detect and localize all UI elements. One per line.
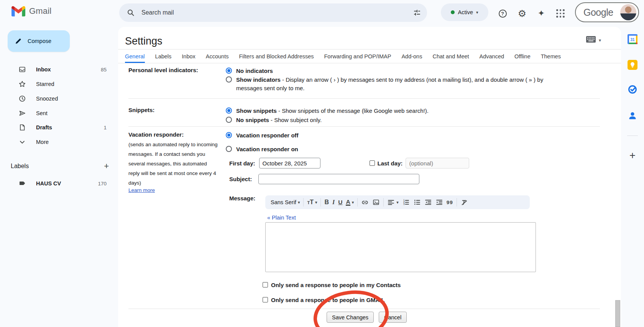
remove-formatting-button[interactable] <box>460 198 468 206</box>
bulleted-list-button[interactable] <box>413 198 421 206</box>
italic-button[interactable]: I <box>332 199 335 206</box>
search-options-tune-icon[interactable] <box>413 9 421 17</box>
font-family-button[interactable]: Sans Serif ▾ <box>271 199 300 205</box>
tab-accounts[interactable]: Accounts <box>206 53 229 63</box>
bold-button[interactable]: B <box>324 199 329 206</box>
star-icon <box>18 80 26 88</box>
google-account-pill[interactable]: Google <box>575 2 639 22</box>
tab-inbox[interactable]: Inbox <box>182 53 195 63</box>
option-desc: - Show snippets of the message (like Goo… <box>277 107 429 114</box>
radio-unselected-icon[interactable] <box>226 117 232 123</box>
radio-unselected-icon[interactable] <box>226 76 232 83</box>
indent-less-button[interactable] <box>424 198 432 206</box>
tab-offline[interactable]: Offline <box>514 53 531 63</box>
tab-forwarding[interactable]: Forwarding and POP/IMAP <box>324 53 391 63</box>
search-input[interactable]: Search mail <box>141 9 413 16</box>
tasks-app-button[interactable] <box>628 84 637 94</box>
first-day-input[interactable] <box>259 158 320 168</box>
option-name: Vacation responder on <box>236 146 298 152</box>
create-label-button[interactable]: + <box>104 161 109 171</box>
align-button[interactable]: ▾ <box>387 198 399 206</box>
tab-addons[interactable]: Add-ons <box>401 53 422 63</box>
svg-text:31: 31 <box>630 38 635 42</box>
indent-more-button[interactable] <box>435 198 443 206</box>
radio-unselected-icon[interactable] <box>226 146 232 152</box>
text-color-button[interactable]: A ▾ <box>346 199 354 206</box>
image-icon <box>372 198 380 206</box>
compose-button[interactable]: Compose <box>8 30 70 52</box>
calendar-icon: 31 <box>628 34 637 44</box>
search-icon[interactable] <box>127 9 135 17</box>
toolbar-divider <box>303 198 304 206</box>
quote-button[interactable]: 99 <box>447 200 453 205</box>
gmail-only-checkbox[interactable] <box>263 297 268 302</box>
radio-option-vacation-off[interactable]: Vacation responder off <box>226 131 299 140</box>
gmail-brand[interactable]: Gmail <box>12 6 51 17</box>
radio-selected-icon[interactable] <box>226 107 232 114</box>
settings-card: Settings ▾ General Labels Inbox Accounts… <box>118 27 621 327</box>
get-addons-button[interactable]: + <box>628 150 637 160</box>
chevron-down-icon: ▾ <box>599 38 601 43</box>
calendar-app-button[interactable]: 31 <box>628 34 637 44</box>
gmail-only-option[interactable]: Only send a response to people in GMAIL <box>263 296 385 304</box>
input-tools-selector[interactable]: ▾ <box>586 36 601 44</box>
scrollbar-thumb[interactable] <box>615 300 620 327</box>
last-day-input[interactable] <box>406 158 469 168</box>
sidebar-item-inbox[interactable]: Inbox 85 <box>3 63 115 76</box>
tab-advanced[interactable]: Advanced <box>480 53 504 63</box>
user-avatar[interactable] <box>620 4 636 20</box>
search-bar[interactable]: Search mail <box>119 3 427 22</box>
sidebar-item-more[interactable]: More <box>3 135 115 149</box>
radio-selected-icon[interactable] <box>226 132 232 138</box>
tab-filters[interactable]: Filters and Blocked Addresses <box>239 53 314 63</box>
settings-gear-button[interactable]: ⚙ <box>515 7 529 20</box>
subject-input[interactable] <box>258 174 419 184</box>
tab-chat-meet[interactable]: Chat and Meet <box>432 53 469 63</box>
underline-button[interactable]: U <box>338 199 342 206</box>
cancel-button[interactable]: Cancel <box>379 312 407 323</box>
gmail-settings-page: Gmail Search mail Active ▾ ? ⚙ <box>0 0 644 327</box>
tab-general[interactable]: General <box>125 53 145 63</box>
keep-app-button[interactable] <box>628 60 637 70</box>
tab-labels[interactable]: Labels <box>155 53 172 63</box>
help-button[interactable]: ? <box>496 7 509 20</box>
tab-themes[interactable]: Themes <box>541 53 561 63</box>
radio-option-no-snippets[interactable]: No snippets - Show subject only. <box>226 116 322 124</box>
brand-name: Gmail <box>29 6 51 16</box>
label-tag-icon <box>18 180 26 187</box>
chevron-down-icon <box>18 138 26 146</box>
pencil-icon <box>15 37 22 45</box>
contacts-only-option[interactable]: Only send a response to people in my Con… <box>263 281 401 289</box>
contacts-only-checkbox[interactable] <box>263 282 268 287</box>
radio-option-vacation-on[interactable]: Vacation responder on <box>226 145 298 154</box>
message-body-textarea[interactable] <box>265 222 536 272</box>
insert-image-button[interactable] <box>372 198 380 206</box>
sidebar-item-label: More <box>36 139 107 145</box>
radio-selected-icon[interactable] <box>226 68 232 74</box>
svg-text:3: 3 <box>403 203 405 205</box>
save-changes-button[interactable]: Save Changes <box>327 312 374 323</box>
subject-row: Subject: <box>229 174 419 184</box>
numbered-list-button[interactable]: 123 <box>402 198 410 206</box>
formatting-toolbar: Sans Serif ▾ TT ▾ B I U A ▾ <box>265 195 530 209</box>
sidebar-item-drafts[interactable]: Drafts 1 <box>3 121 115 134</box>
sidebar-item-starred[interactable]: Starred <box>3 77 115 91</box>
status-selector[interactable]: Active ▾ <box>441 3 488 21</box>
radio-option-no-indicators[interactable]: No indicators <box>226 67 273 75</box>
gemini-button[interactable]: ✦ <box>534 7 548 20</box>
font-size-button[interactable]: TT ▾ <box>307 199 317 206</box>
sidebar-item-sent[interactable]: Sent <box>3 106 115 120</box>
sidebar-item-snoozed[interactable]: Snoozed <box>3 92 115 106</box>
settings-tabs: General Labels Inbox Accounts Filters an… <box>125 51 561 63</box>
sidebar-label-haus-cv[interactable]: HAUS CV 170 <box>3 177 115 190</box>
radio-option-show-snippets[interactable]: Show snippets - Show snippets of the mes… <box>226 107 429 115</box>
plain-text-link[interactable]: « Plain Text <box>267 215 296 221</box>
last-day-checkbox[interactable] <box>370 160 375 166</box>
google-logo: Google <box>583 7 613 18</box>
checkbox-label: Only send a response to people in my Con… <box>271 282 401 288</box>
radio-option-show-indicators[interactable]: Show indicators - Display an arrow ( › )… <box>226 76 547 92</box>
contacts-app-button[interactable] <box>628 111 637 121</box>
google-apps-button[interactable] <box>554 7 567 20</box>
learn-more-link[interactable]: Learn more <box>128 187 155 193</box>
insert-link-button[interactable] <box>361 198 369 206</box>
